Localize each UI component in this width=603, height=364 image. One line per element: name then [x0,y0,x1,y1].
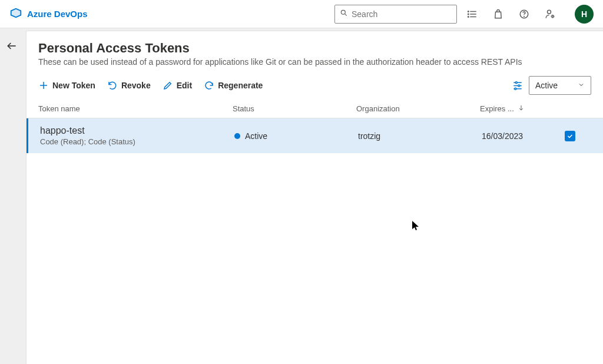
avatar[interactable]: H [575,5,594,24]
back-button[interactable] [6,40,20,54]
sort-arrow-down-icon [518,104,525,113]
undo-icon [107,80,118,91]
back-column [0,28,26,364]
chevron-down-icon [578,81,585,90]
brand-logo[interactable]: Azure DevOps [9,6,88,21]
page-subtitle: These can be used instead of a password … [26,56,603,74]
plus-icon [38,80,49,91]
svg-point-11 [552,15,554,17]
search-input[interactable] [352,9,455,19]
brand-text: Azure DevOps [27,9,88,19]
toolbar: New Token Revoke Edit Regenerate [26,74,603,97]
col-header-org[interactable]: Organization [356,104,480,113]
svg-point-5 [468,11,469,12]
row-checkbox[interactable] [565,131,575,141]
status-text: Active [245,131,267,141]
marketplace-icon[interactable] [492,8,504,20]
list-icon[interactable] [466,8,478,20]
user-settings-icon[interactable] [544,8,556,20]
page-title: Personal Access Tokens [26,41,603,56]
regenerate-button[interactable]: Regenerate [204,80,263,91]
help-icon[interactable] [518,8,530,20]
expires-text: 16/03/2023 [482,131,558,141]
edit-button[interactable]: Edit [163,80,192,91]
svg-point-10 [548,10,551,14]
filter-settings-icon[interactable] [512,80,523,92]
header-icons: H [466,5,594,24]
azure-devops-icon [9,6,22,21]
revoke-button[interactable]: Revoke [107,80,151,91]
svg-point-0 [341,10,345,14]
search-box[interactable] [334,5,457,24]
top-header: Azure DevOps [0,0,603,28]
search-icon [340,9,348,19]
org-text: trotzig [358,131,482,141]
svg-point-16 [515,81,517,83]
svg-point-20 [515,88,516,90]
svg-line-1 [344,14,346,15]
table-row[interactable]: happo-test Code (Read); Code (Status) Ac… [26,118,603,153]
svg-point-18 [518,85,520,87]
token-scopes: Code (Read); Code (Status) [40,137,234,146]
svg-point-7 [468,16,469,17]
svg-point-6 [468,14,469,15]
token-name: happo-test [40,125,234,136]
refresh-icon [204,80,214,91]
svg-point-9 [524,16,525,16]
pencil-icon [163,80,173,91]
status-dot-icon [234,133,240,139]
col-header-status[interactable]: Status [233,104,356,113]
filter-dropdown[interactable]: Active [529,76,591,95]
content-panel: Personal Access Tokens These can be used… [26,31,603,364]
col-header-expires[interactable]: Expires ... [480,104,556,113]
col-header-name[interactable]: Token name [38,104,233,113]
new-token-button[interactable]: New Token [38,80,95,91]
table-header: Token name Status Organization Expires .… [26,97,603,118]
